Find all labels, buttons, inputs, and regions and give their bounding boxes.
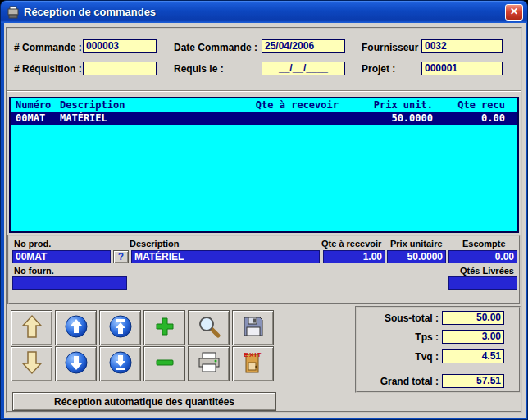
detail-qte-label: Qte à recevoir	[321, 239, 381, 249]
remove-line-button[interactable]	[143, 346, 185, 381]
requisition-label: # Réquisition :	[14, 63, 82, 75]
requis-le-label: Requis le :	[174, 63, 224, 75]
circle-arrow-down-icon	[64, 350, 89, 378]
window: Réception de commandes ✕ # Commande : 00…	[0, 0, 528, 420]
arrow-up-icon	[21, 314, 43, 342]
first-record-button[interactable]	[99, 310, 141, 345]
exit-button[interactable]: EXIT	[232, 346, 274, 381]
grid-header-description: Description	[60, 99, 224, 111]
commande-label: # Commande :	[14, 42, 82, 53]
qtes-livrees-field[interactable]	[448, 276, 517, 290]
grand-total-label: Grand total :	[358, 376, 439, 387]
projet-label: Projet :	[362, 63, 395, 75]
circle-arrow-top-icon	[108, 314, 133, 342]
grid-cell-prix: 50.0000	[363, 112, 433, 124]
auto-reception-button[interactable]: Réception automatique des quantitées	[12, 392, 276, 411]
grid-row-selected[interactable]: 00MAT MATÉRIEL 50.0000 0.00	[11, 112, 517, 125]
exit-label: EXIT	[233, 351, 273, 358]
no-fourn-label: No fourn.	[14, 266, 54, 276]
order-lines-grid[interactable]: Numéro Description Qte à recevoir Prix u…	[9, 97, 519, 233]
diskette-icon	[243, 316, 264, 340]
requisition-field[interactable]	[83, 62, 157, 75]
client-area: # Commande : 000003 Date Commande : 25/0…	[4, 23, 526, 418]
projet-field[interactable]: 000001	[421, 62, 503, 75]
product-lookup-button[interactable]: ?	[113, 250, 129, 263]
print-button[interactable]	[188, 346, 230, 381]
detail-qte-field[interactable]: 1.00	[323, 250, 385, 263]
detail-prix-field[interactable]: 50.0000	[387, 250, 446, 263]
save-button[interactable]	[232, 310, 274, 345]
app-icon	[7, 6, 20, 19]
no-prod-field[interactable]: 00MAT	[12, 250, 111, 263]
page-down-button[interactable]	[55, 346, 97, 381]
date-commande-field[interactable]: 25/04/2006	[262, 39, 345, 53]
grid-header-qte-recu: Qte recu	[444, 99, 505, 111]
totals-panel: Sous-total : 50.00 Tps : 3.00 Tvq : 4.51…	[355, 306, 521, 393]
tps-row: Tps : 3.00	[357, 330, 519, 345]
detail-description-field[interactable]: MATÉRIEL	[131, 250, 320, 263]
titlebar[interactable]: Réception de commandes ✕	[1, 1, 527, 23]
detail-description-label: Description	[130, 239, 180, 249]
requis-le-field[interactable]: __/__/____	[262, 62, 345, 75]
minus-icon	[154, 352, 175, 377]
grid-header-qte-a-recevoir: Qte à recevoir	[248, 99, 339, 111]
move-up-button[interactable]	[11, 310, 52, 345]
last-record-button[interactable]	[99, 346, 141, 381]
circle-arrow-bottom-icon	[108, 350, 133, 378]
header-separator	[7, 90, 521, 92]
fournisseur-label: Fournisseur :	[362, 42, 425, 53]
grand-total-row: Grand total : 57.51	[357, 374, 519, 389]
search-button[interactable]	[188, 310, 230, 345]
grid-cell-description: MATÉRIEL	[60, 112, 224, 124]
detail-panel: No prod. Description Qte à recevoir Prix…	[7, 235, 521, 304]
grid-header-numero: Numéro	[16, 99, 58, 111]
grid-cell-recu: 0.00	[444, 112, 505, 124]
printer-icon	[198, 352, 221, 377]
sous-total-label: Sous-total :	[358, 313, 439, 324]
grand-total-field: 57.51	[442, 374, 504, 388]
tvq-label: Tvq :	[358, 351, 439, 363]
close-button[interactable]: ✕	[505, 4, 523, 21]
date-commande-label: Date Commande :	[174, 42, 257, 53]
grid-cell-numero: 00MAT	[16, 112, 58, 124]
arrow-down-icon	[21, 350, 43, 378]
no-fourn-field[interactable]	[12, 276, 127, 290]
magnifier-icon	[198, 315, 221, 341]
tps-label: Tps :	[358, 331, 439, 343]
circle-arrow-up-icon	[64, 314, 89, 342]
tvq-row: Tvq : 4.51	[357, 349, 519, 364]
detail-prix-label: Prix unitaire	[390, 239, 443, 249]
sous-total-field: 50.00	[442, 311, 504, 325]
window-title: Réception de commandes	[24, 6, 505, 18]
no-prod-label: No prod.	[14, 239, 51, 249]
move-down-button[interactable]	[11, 346, 52, 381]
detail-escompte-field[interactable]: 0.00	[448, 250, 517, 263]
page-up-button[interactable]	[55, 310, 97, 345]
tps-field: 3.00	[442, 330, 504, 344]
detail-escompte-label: Escompte	[462, 239, 506, 249]
qtes-livrees-label: Qtés Livrées	[460, 266, 514, 276]
grid-header-prix-unit: Prix unit.	[363, 99, 433, 111]
question-mark-icon: ?	[118, 251, 124, 262]
add-line-button[interactable]	[143, 310, 185, 345]
tvq-field: 4.51	[442, 349, 504, 363]
sous-total-row: Sous-total : 50.00	[357, 311, 519, 326]
plus-icon	[154, 316, 175, 340]
commande-field[interactable]: 000003	[83, 39, 157, 53]
fournisseur-field[interactable]: 0032	[421, 39, 503, 53]
close-icon: ✕	[510, 6, 518, 17]
